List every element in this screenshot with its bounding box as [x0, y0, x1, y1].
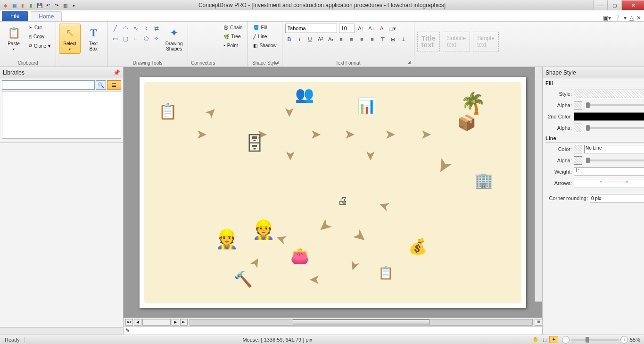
dialog-launcher-icon[interactable]: ◢ [407, 60, 413, 66]
search-button[interactable]: 🔍 [96, 80, 106, 90]
highlight-icon[interactable]: ⬚▾ [388, 24, 396, 33]
font-name-input[interactable] [285, 24, 337, 33]
line-color-swatch[interactable] [574, 145, 582, 153]
arrows-dropdown[interactable]: ○───────○ [574, 179, 644, 187]
qat-icon[interactable]: ▮ [27, 1, 35, 9]
pin-icon[interactable]: 📌 [113, 69, 120, 76]
line-button[interactable]: ╱Line [251, 33, 279, 41]
selection-tool-icon[interactable]: ⬚ [541, 336, 549, 343]
library-tree[interactable] [2, 92, 121, 139]
alpha-slider[interactable] [586, 104, 644, 106]
qat-icon[interactable]: ▦ [10, 1, 18, 9]
tree-button[interactable]: 🌿Tree [221, 33, 245, 41]
file-menu[interactable]: File [2, 11, 28, 21]
italic-icon[interactable]: I [296, 35, 304, 43]
textbox-button[interactable]: 𝐓 Text Box [83, 24, 104, 54]
fill-style-dropdown[interactable] [574, 90, 644, 98]
tab-last-button[interactable]: ⏭ [180, 319, 188, 326]
close-button[interactable]: ✕ [621, 0, 644, 10]
underline-icon[interactable]: U [306, 35, 314, 43]
decrease-font-icon[interactable]: A↓ [367, 24, 376, 33]
help-icon[interactable]: ❔ [614, 15, 621, 21]
cut-button[interactable]: ✂Cut [26, 24, 53, 32]
bold-icon[interactable]: B [285, 35, 294, 43]
corner-rounding-input[interactable] [590, 194, 644, 202]
clone-button[interactable]: ⧉Clone ▾ [26, 42, 53, 50]
point-button[interactable]: •Point [221, 42, 245, 50]
polygon-tool-icon[interactable]: ⬠ [141, 34, 151, 43]
line-color-dropdown[interactable]: No Line [584, 145, 644, 153]
eyedropper-icon[interactable]: ✎ [125, 327, 130, 334]
tab-home[interactable]: Home [31, 11, 62, 21]
alpha-swatch[interactable] [574, 156, 582, 165]
font-color-icon[interactable]: A [378, 24, 386, 33]
dialog-launcher-icon[interactable]: ◢ [275, 60, 281, 66]
subscript-icon[interactable]: A₂ [327, 35, 335, 43]
align-center-icon[interactable]: ≡ [347, 35, 356, 43]
drawing-shapes-button[interactable]: ✦ Drawing Shapes [163, 24, 185, 54]
title-preset[interactable]: Title text [417, 32, 440, 51]
document-page[interactable]: ➤ ➤ ➤ ➤ ➤ ➤ ➤ ➤ ➤ ➤ ➤ ➤ ➤ ➤ ➤ ➤ ➤ [140, 77, 526, 308]
bezier-tool-icon[interactable]: ⌇ [141, 24, 151, 33]
alpha3-slider[interactable] [586, 159, 644, 161]
tab-next-button[interactable]: ▶ [172, 319, 179, 326]
maximize-button[interactable]: ▢ [607, 0, 621, 10]
line-tool-icon[interactable]: ╱ [110, 24, 120, 33]
font-size-input[interactable] [339, 24, 355, 33]
star-tool-icon[interactable]: ✧ [152, 34, 161, 43]
rect-tool-icon[interactable]: ▭ [110, 34, 120, 43]
chain-button[interactable]: ⛓Chain [221, 24, 245, 32]
color2-dropdown[interactable] [574, 112, 644, 121]
window-restore-icon[interactable]: ▣▾ [603, 15, 611, 21]
zoom-slider[interactable] [571, 339, 619, 341]
ellipse-tool-icon[interactable]: ○ [131, 34, 140, 43]
qat-icon[interactable]: ▮ [19, 1, 26, 9]
increase-font-icon[interactable]: A↑ [357, 24, 365, 33]
tab-first-button[interactable]: ⏮ [125, 319, 133, 326]
subtitle-preset[interactable]: Subtitle text [443, 32, 470, 51]
paste-button[interactable]: 📋 Paste ▾ [3, 24, 25, 54]
library-view-toggle[interactable]: ☰ [107, 80, 121, 90]
alpha2-slider[interactable] [586, 127, 644, 129]
weight-dropdown[interactable]: 1: [574, 168, 644, 176]
child-close-icon[interactable]: ✕ [636, 15, 641, 21]
qat-save-icon[interactable]: 💾 [36, 1, 43, 9]
connector-tool-icon[interactable]: ⇄ [152, 24, 161, 33]
arc-tool-icon[interactable]: ◠ [121, 24, 130, 33]
fill-button[interactable]: 🪣Fill [251, 24, 279, 32]
canvas-viewport[interactable]: ➤ ➤ ➤ ➤ ➤ ➤ ➤ ➤ ➤ ➤ ➤ ➤ ➤ ➤ ➤ ➤ ➤ [124, 67, 542, 318]
curve-tool-icon[interactable]: ∿ [131, 24, 140, 33]
align-justify-icon[interactable]: ≡ [368, 35, 377, 43]
tab-current[interactable] [142, 319, 171, 326]
superscript-icon[interactable]: A² [316, 35, 325, 43]
alpha-swatch[interactable] [574, 101, 582, 109]
qat-redo-icon[interactable]: ↷ [53, 1, 60, 9]
library-search-input[interactable] [2, 80, 95, 90]
left-scrollbar[interactable] [0, 327, 123, 335]
minimize-button[interactable]: — [593, 0, 607, 10]
canvas-hscrollbar[interactable] [190, 319, 533, 326]
valign-top-icon[interactable]: ⊤ [379, 35, 387, 43]
simple-preset[interactable]: Simple text [473, 32, 499, 51]
zoom-out-button[interactable]: − [562, 336, 570, 344]
qat-dropdown-icon[interactable]: ▾ [70, 1, 77, 9]
select-button[interactable]: ↖ Select ▾ [59, 24, 81, 54]
pan-tool-icon[interactable]: ✋ [530, 336, 541, 343]
roundrect-tool-icon[interactable]: ▢ [121, 34, 130, 43]
tab-prev-button[interactable]: ◀ [134, 319, 141, 326]
align-left-icon[interactable]: ≡ [337, 35, 346, 43]
qat-undo-icon[interactable]: ↶ [44, 1, 52, 9]
align-right-icon[interactable]: ≡ [358, 35, 366, 43]
copy-button[interactable]: ⎘Copy [26, 33, 53, 41]
snap-toggle[interactable]: ✦ [549, 336, 558, 343]
qat-icon[interactable]: ◆ [2, 1, 9, 9]
canvas-vscrollbar[interactable] [535, 67, 542, 302]
valign-bot-icon[interactable]: ⊥ [399, 35, 408, 43]
collapse-ribbon-icon[interactable]: △ [629, 15, 634, 21]
options-icon[interactable]: ▾ [624, 15, 627, 21]
alpha-swatch[interactable] [574, 124, 582, 132]
split-button[interactable]: ⊞ [535, 319, 542, 326]
zoom-in-button[interactable]: + [620, 336, 628, 344]
qat-icon[interactable]: ▥ [61, 1, 69, 9]
valign-mid-icon[interactable]: ⊟ [389, 35, 397, 43]
